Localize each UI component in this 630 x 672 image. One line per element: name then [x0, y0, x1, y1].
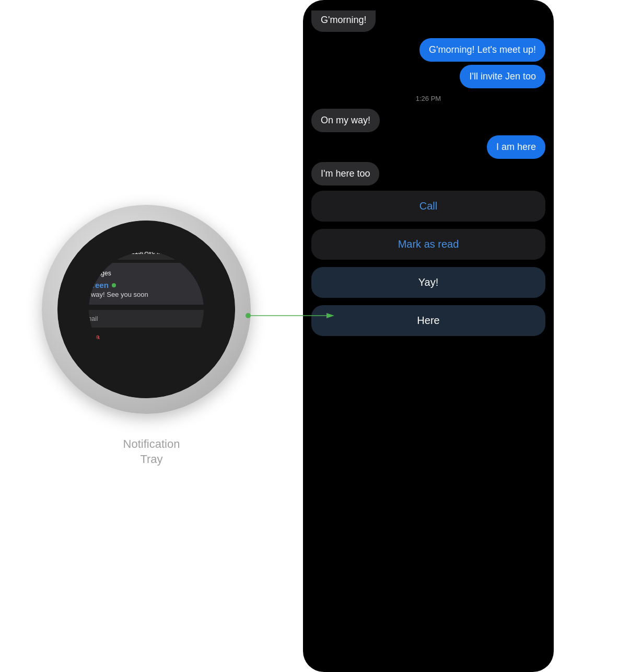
messages-app-icon — [69, 268, 79, 279]
message-bubble-outgoing-2: I'll invite Jen too — [460, 65, 545, 88]
call-button[interactable]: Call — [311, 191, 545, 222]
watch-container: I'm right onto 21st Ave in 2 mi — [42, 205, 261, 424]
messages-notification[interactable]: Messages 12m Kim Green Oh my way! See yo… — [63, 263, 230, 305]
unread-dot — [112, 283, 116, 287]
phone-messages-panel: G'morning! G'morning! Let's meet up! I'l… — [303, 0, 554, 672]
msg-text-1: G'morning! Let's meet up! — [429, 44, 536, 55]
nav-direction-green: I'm right — [68, 240, 225, 248]
msg-text-2: I'll invite Jen too — [469, 71, 536, 82]
suggest-yay-button[interactable]: Yay! — [311, 267, 545, 298]
messages-list: G'morning! G'morning! Let's meet up! I'l… — [311, 0, 545, 343]
notif-preview: Oh my way! See you soon — [69, 291, 224, 299]
watch-bezel: I'm right onto 21st Ave in 2 mi — [42, 205, 251, 414]
connector — [246, 310, 334, 321]
msg-text-5: I'm here too — [321, 168, 370, 179]
nav-direction-white: onto 21st Ave in 2 mi — [68, 248, 225, 256]
watch-label: Notification Tray — [123, 437, 180, 467]
message-bubble-outgoing-1: G'morning! Let's meet up! — [419, 38, 545, 62]
msg-text-4: I am here — [496, 142, 536, 152]
bank-text: of America — [65, 333, 100, 341]
message-bubble-incoming-1: On my way! — [311, 109, 380, 132]
connector-dot — [246, 313, 251, 318]
bank-notification[interactable]: of America — [57, 330, 235, 344]
message-bubble-partial: G'morning! — [311, 10, 376, 32]
suggest-here-button[interactable]: Here — [311, 305, 545, 336]
left-section: I'm right onto 21st Ave in 2 mi — [0, 0, 303, 672]
notif-contact-name: Kim Green — [69, 281, 109, 289]
notif-app-name: Messages — [83, 270, 111, 277]
watch-screen: I'm right onto 21st Ave in 2 mi — [57, 221, 235, 398]
svg-marker-1 — [326, 313, 334, 318]
msg-text-3: On my way! — [321, 115, 370, 125]
watch-nav-area: I'm right onto 21st Ave in 2 mi — [57, 235, 235, 260]
mark-as-read-button[interactable]: Mark as read — [311, 229, 545, 260]
gmail-icon: M — [69, 314, 78, 323]
message-bubble-incoming-2: I'm here too — [311, 162, 379, 186]
gmail-notification[interactable]: M Gmail 2h — [63, 310, 230, 328]
message-timestamp: 1:26 PM — [416, 95, 441, 102]
connector-line-svg — [251, 310, 334, 321]
msg-text-partial: G'morning! — [321, 15, 366, 25]
notif-time-ago: 12m — [213, 270, 224, 276]
gmail-app-name: Gmail — [81, 315, 98, 322]
message-bubble-outgoing-3: I am here — [487, 135, 545, 159]
gmail-time-ago: 2h — [217, 316, 224, 322]
